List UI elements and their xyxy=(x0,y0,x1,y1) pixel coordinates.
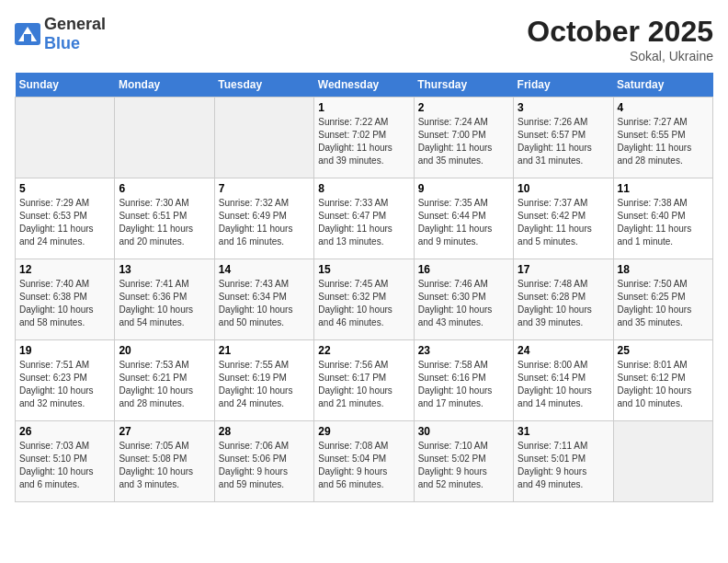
day-info: Sunrise: 7:05 AM Sunset: 5:08 PM Dayligh… xyxy=(119,440,210,491)
calendar-cell: 10Sunrise: 7:37 AM Sunset: 6:42 PM Dayli… xyxy=(514,178,613,259)
calendar-cell xyxy=(115,98,214,178)
weekday-header: Saturday xyxy=(613,73,712,98)
calendar-cell: 23Sunrise: 7:58 AM Sunset: 6:16 PM Dayli… xyxy=(414,340,513,421)
title-area: October 2025 Sokal, Ukraine xyxy=(527,15,713,63)
day-number: 27 xyxy=(119,425,210,438)
day-info: Sunrise: 7:53 AM Sunset: 6:21 PM Dayligh… xyxy=(119,359,210,410)
month-title: October 2025 xyxy=(527,15,713,49)
weekday-header: Tuesday xyxy=(214,73,313,98)
calendar-cell xyxy=(16,98,115,178)
day-info: Sunrise: 7:37 AM Sunset: 6:42 PM Dayligh… xyxy=(518,197,609,248)
location-subtitle: Sokal, Ukraine xyxy=(527,49,713,63)
calendar-cell: 18Sunrise: 7:50 AM Sunset: 6:25 PM Dayli… xyxy=(613,259,712,340)
day-info: Sunrise: 7:08 AM Sunset: 5:04 PM Dayligh… xyxy=(318,440,409,491)
day-number: 23 xyxy=(418,344,509,357)
calendar-week-row: 26Sunrise: 7:03 AM Sunset: 5:10 PM Dayli… xyxy=(16,421,713,502)
day-number: 6 xyxy=(119,182,210,195)
calendar-cell: 12Sunrise: 7:40 AM Sunset: 6:38 PM Dayli… xyxy=(16,259,115,340)
day-info: Sunrise: 7:48 AM Sunset: 6:28 PM Dayligh… xyxy=(518,278,609,329)
calendar-cell: 27Sunrise: 7:05 AM Sunset: 5:08 PM Dayli… xyxy=(115,421,214,502)
header: General Blue October 2025 Sokal, Ukraine xyxy=(15,15,713,63)
day-info: Sunrise: 7:29 AM Sunset: 6:53 PM Dayligh… xyxy=(19,197,110,248)
day-info: Sunrise: 7:33 AM Sunset: 6:47 PM Dayligh… xyxy=(318,197,409,248)
logo-general: General xyxy=(44,15,106,33)
calendar-cell: 4Sunrise: 7:27 AM Sunset: 6:55 PM Daylig… xyxy=(613,98,712,178)
day-number: 9 xyxy=(418,182,509,195)
day-info: Sunrise: 7:24 AM Sunset: 7:00 PM Dayligh… xyxy=(418,116,509,167)
calendar-week-row: 12Sunrise: 7:40 AM Sunset: 6:38 PM Dayli… xyxy=(16,259,713,340)
weekday-header: Sunday xyxy=(16,73,115,98)
logo-blue: Blue xyxy=(44,34,80,52)
calendar-cell: 24Sunrise: 8:00 AM Sunset: 6:14 PM Dayli… xyxy=(514,340,613,421)
day-number: 5 xyxy=(19,182,110,195)
day-info: Sunrise: 7:56 AM Sunset: 6:17 PM Dayligh… xyxy=(318,359,409,410)
day-number: 29 xyxy=(318,425,409,438)
calendar-cell: 20Sunrise: 7:53 AM Sunset: 6:21 PM Dayli… xyxy=(115,340,214,421)
calendar: SundayMondayTuesdayWednesdayThursdayFrid… xyxy=(15,73,713,502)
calendar-cell: 5Sunrise: 7:29 AM Sunset: 6:53 PM Daylig… xyxy=(16,178,115,259)
weekday-header-row: SundayMondayTuesdayWednesdayThursdayFrid… xyxy=(16,73,713,98)
weekday-header: Friday xyxy=(514,73,613,98)
day-number: 16 xyxy=(418,263,509,276)
calendar-cell: 11Sunrise: 7:38 AM Sunset: 6:40 PM Dayli… xyxy=(613,178,712,259)
day-info: Sunrise: 8:00 AM Sunset: 6:14 PM Dayligh… xyxy=(518,359,609,410)
day-info: Sunrise: 7:40 AM Sunset: 6:38 PM Dayligh… xyxy=(19,278,110,329)
day-info: Sunrise: 7:43 AM Sunset: 6:34 PM Dayligh… xyxy=(219,278,310,329)
day-info: Sunrise: 7:26 AM Sunset: 6:57 PM Dayligh… xyxy=(518,116,609,167)
svg-rect-2 xyxy=(24,34,31,41)
day-info: Sunrise: 7:11 AM Sunset: 5:01 PM Dayligh… xyxy=(518,440,609,491)
day-info: Sunrise: 7:06 AM Sunset: 5:06 PM Dayligh… xyxy=(219,440,310,491)
calendar-cell: 31Sunrise: 7:11 AM Sunset: 5:01 PM Dayli… xyxy=(514,421,613,502)
calendar-cell: 1Sunrise: 7:22 AM Sunset: 7:02 PM Daylig… xyxy=(314,98,414,178)
calendar-cell: 14Sunrise: 7:43 AM Sunset: 6:34 PM Dayli… xyxy=(214,259,313,340)
day-number: 17 xyxy=(518,263,609,276)
calendar-week-row: 19Sunrise: 7:51 AM Sunset: 6:23 PM Dayli… xyxy=(16,340,713,421)
calendar-cell xyxy=(613,421,712,502)
logo: General Blue xyxy=(15,15,106,53)
day-number: 14 xyxy=(219,263,310,276)
day-info: Sunrise: 7:03 AM Sunset: 5:10 PM Dayligh… xyxy=(19,440,110,491)
weekday-header: Monday xyxy=(115,73,214,98)
calendar-cell: 30Sunrise: 7:10 AM Sunset: 5:02 PM Dayli… xyxy=(414,421,513,502)
day-number: 18 xyxy=(618,263,709,276)
day-info: Sunrise: 7:35 AM Sunset: 6:44 PM Dayligh… xyxy=(418,197,509,248)
day-number: 13 xyxy=(119,263,210,276)
calendar-week-row: 5Sunrise: 7:29 AM Sunset: 6:53 PM Daylig… xyxy=(16,178,713,259)
day-info: Sunrise: 7:55 AM Sunset: 6:19 PM Dayligh… xyxy=(219,359,310,410)
day-info: Sunrise: 7:10 AM Sunset: 5:02 PM Dayligh… xyxy=(418,440,509,491)
calendar-cell: 13Sunrise: 7:41 AM Sunset: 6:36 PM Dayli… xyxy=(115,259,214,340)
day-number: 19 xyxy=(19,344,110,357)
day-info: Sunrise: 7:38 AM Sunset: 6:40 PM Dayligh… xyxy=(618,197,709,248)
calendar-cell: 22Sunrise: 7:56 AM Sunset: 6:17 PM Dayli… xyxy=(314,340,414,421)
day-number: 31 xyxy=(518,425,609,438)
calendar-cell: 2Sunrise: 7:24 AM Sunset: 7:00 PM Daylig… xyxy=(414,98,513,178)
day-number: 7 xyxy=(219,182,310,195)
calendar-cell: 21Sunrise: 7:55 AM Sunset: 6:19 PM Dayli… xyxy=(214,340,313,421)
day-info: Sunrise: 7:58 AM Sunset: 6:16 PM Dayligh… xyxy=(418,359,509,410)
day-number: 24 xyxy=(518,344,609,357)
day-info: Sunrise: 7:30 AM Sunset: 6:51 PM Dayligh… xyxy=(119,197,210,248)
calendar-cell xyxy=(214,98,313,178)
day-number: 21 xyxy=(219,344,310,357)
calendar-cell: 8Sunrise: 7:33 AM Sunset: 6:47 PM Daylig… xyxy=(314,178,414,259)
day-info: Sunrise: 7:32 AM Sunset: 6:49 PM Dayligh… xyxy=(219,197,310,248)
weekday-header: Wednesday xyxy=(314,73,414,98)
calendar-cell: 25Sunrise: 8:01 AM Sunset: 6:12 PM Dayli… xyxy=(613,340,712,421)
day-number: 4 xyxy=(618,101,709,114)
calendar-cell: 26Sunrise: 7:03 AM Sunset: 5:10 PM Dayli… xyxy=(16,421,115,502)
calendar-cell: 15Sunrise: 7:45 AM Sunset: 6:32 PM Dayli… xyxy=(314,259,414,340)
calendar-cell: 3Sunrise: 7:26 AM Sunset: 6:57 PM Daylig… xyxy=(514,98,613,178)
day-number: 26 xyxy=(19,425,110,438)
calendar-cell: 28Sunrise: 7:06 AM Sunset: 5:06 PM Dayli… xyxy=(214,421,313,502)
calendar-cell: 7Sunrise: 7:32 AM Sunset: 6:49 PM Daylig… xyxy=(214,178,313,259)
calendar-cell: 16Sunrise: 7:46 AM Sunset: 6:30 PM Dayli… xyxy=(414,259,513,340)
day-number: 28 xyxy=(219,425,310,438)
day-number: 2 xyxy=(418,101,509,114)
calendar-cell: 9Sunrise: 7:35 AM Sunset: 6:44 PM Daylig… xyxy=(414,178,513,259)
day-number: 20 xyxy=(119,344,210,357)
weekday-header: Thursday xyxy=(414,73,513,98)
day-info: Sunrise: 7:50 AM Sunset: 6:25 PM Dayligh… xyxy=(618,278,709,329)
day-info: Sunrise: 7:45 AM Sunset: 6:32 PM Dayligh… xyxy=(318,278,409,329)
day-number: 10 xyxy=(518,182,609,195)
calendar-cell: 6Sunrise: 7:30 AM Sunset: 6:51 PM Daylig… xyxy=(115,178,214,259)
